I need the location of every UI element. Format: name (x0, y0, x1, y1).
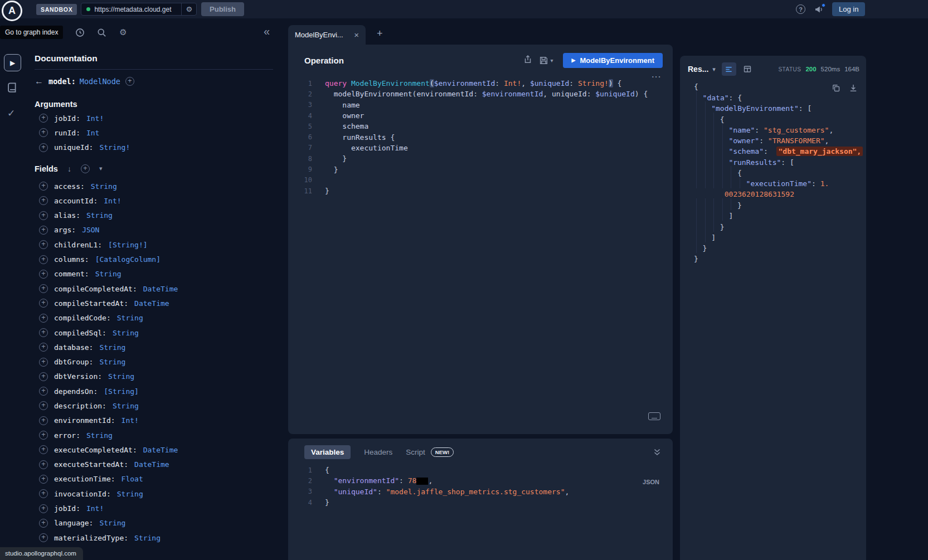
field-name[interactable]: executionTime: (54, 475, 115, 483)
field-name[interactable]: runId: (54, 129, 80, 137)
field-name[interactable]: dbtVersion: (54, 372, 102, 381)
add-to-query-icon[interactable]: + (39, 431, 48, 440)
operation-editor[interactable]: 1query ModelByEnvironment($environmentId… (288, 78, 673, 196)
field-type[interactable]: Int! (122, 416, 139, 425)
add-to-query-icon[interactable]: + (39, 416, 48, 425)
settings-gear-icon[interactable]: ⚙ (118, 27, 128, 37)
add-to-query-icon[interactable]: + (39, 211, 48, 220)
doc-field-row[interactable]: +invocationId:String (35, 486, 289, 501)
add-to-query-icon[interactable]: + (39, 401, 48, 410)
add-to-query-icon[interactable]: + (39, 128, 48, 137)
share-operation-icon[interactable] (523, 55, 532, 66)
checklist-nav-icon[interactable]: ✓ (7, 108, 15, 119)
field-type[interactable]: String! (99, 143, 130, 152)
field-type[interactable]: String (108, 372, 134, 381)
add-to-query-icon[interactable]: + (39, 270, 48, 279)
field-type[interactable]: String (117, 314, 143, 322)
publish-button[interactable]: Publish (201, 2, 244, 16)
add-to-query-icon[interactable]: + (39, 489, 48, 498)
field-name[interactable]: comment: (54, 270, 89, 278)
back-arrow-icon[interactable]: ← (35, 76, 43, 86)
add-to-query-icon[interactable]: + (39, 372, 48, 381)
field-type[interactable]: String (91, 182, 117, 191)
field-name[interactable]: language: (54, 519, 93, 527)
schema-nav-icon[interactable] (7, 82, 18, 95)
field-name[interactable]: compileCompletedAt: (54, 285, 137, 293)
field-type[interactable]: String (95, 270, 122, 278)
add-to-query-icon[interactable]: + (39, 314, 48, 323)
explorer-nav-icon[interactable]: ▶ (4, 54, 21, 71)
copy-response-icon[interactable] (832, 84, 840, 95)
login-button[interactable]: Log in (832, 2, 865, 16)
add-to-query-icon[interactable]: + (39, 196, 48, 205)
add-to-query-icon[interactable]: + (39, 460, 48, 469)
field-type[interactable]: String (113, 329, 139, 337)
doc-field-row[interactable]: +accountId:Int! (35, 193, 289, 208)
add-to-query-icon[interactable]: + (39, 358, 48, 367)
field-type[interactable]: JSON (82, 226, 99, 234)
keyboard-shortcuts-icon[interactable] (648, 412, 660, 420)
add-to-query-icon[interactable]: + (39, 343, 48, 352)
add-to-query-icon[interactable]: + (39, 299, 48, 308)
field-type[interactable]: Int! (86, 114, 104, 123)
field-type[interactable]: DateTime (143, 285, 178, 293)
add-to-query-icon[interactable]: + (39, 328, 48, 337)
doc-field-row[interactable]: +executeCompletedAt:DateTime (35, 442, 289, 457)
field-type[interactable]: String (99, 343, 125, 352)
field-type[interactable]: String (99, 358, 125, 366)
doc-field-row[interactable]: +compileStartedAt:DateTime (35, 296, 289, 310)
field-name[interactable]: columns: (54, 255, 89, 264)
apollo-logo[interactable]: A (2, 1, 22, 21)
tab-script[interactable]: Script (406, 448, 425, 456)
breadcrumb-type-link[interactable]: ModelNode (80, 77, 120, 86)
add-to-query-icon[interactable]: + (39, 504, 48, 513)
field-name[interactable]: uniqueId: (54, 143, 93, 152)
operation-options-icon[interactable]: ··· (652, 72, 662, 81)
announcements-icon[interactable] (814, 5, 824, 14)
add-to-query-icon[interactable]: + (39, 284, 48, 293)
field-name[interactable]: compiledSql: (54, 329, 106, 337)
close-tab-icon[interactable]: × (354, 30, 359, 40)
doc-field-row[interactable]: +dbtVersion:String (35, 369, 289, 384)
field-type[interactable]: DateTime (134, 299, 169, 308)
add-to-query-icon[interactable]: + (39, 182, 48, 191)
doc-field-row[interactable]: +columns:[CatalogColumn] (35, 252, 289, 266)
field-type[interactable]: String (86, 431, 113, 440)
field-name[interactable]: jobId: (54, 114, 80, 123)
collapse-sidebar-icon[interactable]: « (264, 25, 270, 38)
history-icon[interactable] (75, 27, 85, 37)
tab-model-by-environment[interactable]: ModelByEnvi... × (288, 25, 366, 45)
doc-field-row[interactable]: +compiledCode:String (35, 311, 289, 325)
add-to-query-icon[interactable]: + (39, 240, 48, 249)
add-to-query-icon[interactable]: + (39, 114, 48, 123)
variables-editor[interactable]: 1{2 "environmentId": 78,3 "uniqueId": "m… (288, 465, 673, 508)
field-type[interactable]: Int! (104, 197, 121, 205)
field-name[interactable]: accountId: (54, 197, 98, 205)
download-response-icon[interactable] (849, 84, 858, 95)
doc-field-row[interactable]: +compileCompletedAt:DateTime (35, 281, 289, 296)
field-name[interactable]: dbtGroup: (54, 358, 93, 366)
search-icon[interactable] (96, 27, 106, 37)
field-name[interactable]: description: (54, 402, 106, 410)
field-type[interactable]: Int (86, 129, 99, 137)
collapse-panel-icon[interactable] (653, 448, 662, 457)
doc-field-row[interactable]: +materializedType:String (35, 530, 289, 545)
field-type[interactable]: String (117, 490, 143, 498)
field-name[interactable]: compileStartedAt: (54, 299, 128, 308)
doc-field-row[interactable]: +database:String (35, 340, 289, 354)
field-type[interactable]: Int! (86, 504, 104, 513)
doc-field-row[interactable]: +dependsOn:[String] (35, 384, 289, 398)
sort-fields-icon[interactable]: ↓ (67, 164, 71, 173)
help-icon[interactable]: ? (796, 4, 805, 14)
doc-field-row[interactable]: +access:String (35, 179, 289, 193)
connection-settings-icon[interactable]: ⚙ (181, 3, 196, 16)
doc-field-row[interactable]: +comment:String (35, 267, 289, 281)
add-to-query-icon[interactable]: + (39, 475, 48, 484)
doc-field-row[interactable]: +uniqueId:String! (35, 140, 289, 155)
field-name[interactable]: environmentId: (54, 416, 115, 425)
doc-field-row[interactable]: +runId:Int (35, 125, 289, 140)
field-type[interactable]: String (113, 402, 139, 410)
field-name[interactable]: args: (54, 226, 76, 234)
field-name[interactable]: access: (54, 182, 85, 191)
field-name[interactable]: dependsOn: (54, 387, 98, 396)
